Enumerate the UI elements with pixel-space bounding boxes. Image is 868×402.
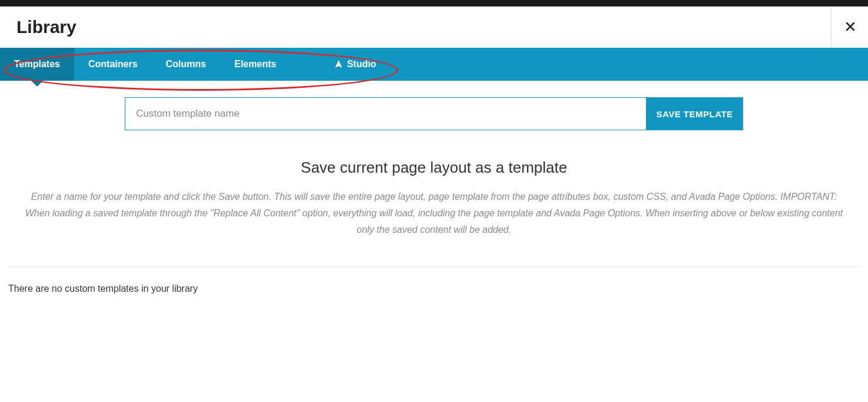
section-title: Save current page layout as a template (0, 159, 868, 177)
help-text: Enter a name for your template and click… (0, 189, 868, 238)
tab-containers[interactable]: Containers (74, 48, 152, 81)
tab-label: Templates (14, 59, 60, 70)
tab-label: Elements (234, 59, 276, 70)
header: Library (0, 6, 868, 48)
top-bar (0, 0, 868, 6)
tab-studio[interactable]: Studio (320, 48, 390, 81)
tab-label: Containers (88, 59, 138, 70)
tab-label: Columns (166, 59, 206, 70)
tab-columns[interactable]: Columns (152, 48, 220, 81)
header-divider (831, 6, 831, 48)
save-template-button[interactable]: SAVE TEMPLATE (646, 97, 743, 130)
empty-library-message: There are no custom templates in your li… (8, 284, 868, 294)
tab-elements[interactable]: Elements (220, 48, 290, 81)
page-title: Library (16, 17, 77, 37)
divider (8, 266, 860, 267)
close-button[interactable] (846, 19, 855, 35)
save-template-row: SAVE TEMPLATE (0, 97, 868, 130)
tabs-bar: Templates Containers Columns Elements St… (0, 48, 868, 81)
close-icon (846, 22, 855, 31)
tab-templates[interactable]: Templates (0, 48, 74, 81)
template-name-input[interactable] (125, 97, 646, 130)
tab-label: Studio (347, 59, 376, 70)
studio-icon (334, 60, 343, 69)
